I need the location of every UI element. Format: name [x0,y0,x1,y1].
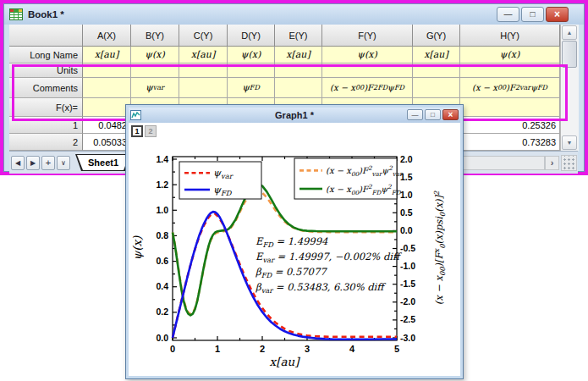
legend-left[interactable]: ψvarψFD [179,162,261,199]
layer-1-button[interactable]: 1 [131,125,143,137]
plot-canvas[interactable]: 0123450.00.20.40.60.81.01.21.4-3.0-2.5-2… [129,123,460,376]
svg-text:1.0: 1.0 [156,205,168,215]
cell-comments-G[interactable] [413,78,460,98]
cell-longname-B[interactable]: ψ(x) [131,47,179,64]
legend-right[interactable]: (x − x00)F2varψ2var(x − x00)F2FDψ2FD [294,158,404,199]
svg-text:1.4: 1.4 [156,154,168,164]
svg-text:0: 0 [170,344,175,354]
row-header-fx[interactable]: F(x)= [9,98,83,117]
book-minimize-button[interactable]: — [497,7,519,22]
tab-next-icon[interactable]: ▶ [26,156,40,170]
layer-2-button[interactable]: 2 [145,125,157,137]
row-header-1[interactable]: 1 [9,117,83,134]
col-header-C[interactable]: C(Y) [179,25,228,47]
svg-text:1: 1 [215,344,220,354]
cell-units-A[interactable] [83,64,131,78]
tab-menu-icon[interactable]: ∨ [57,156,70,170]
annotation-results[interactable]: EFD = 1.49994Evar = 1.49997, −0.002% dif… [256,235,402,295]
cell-1-A[interactable]: 0.0482 [83,117,131,134]
svg-text:0.0: 0.0 [400,225,413,235]
col-header-D[interactable]: D(Y) [228,25,275,47]
svg-text:3: 3 [305,344,310,354]
tab-prev-icon[interactable]: ◀ [11,156,25,170]
corner-header-cell[interactable] [9,25,83,47]
svg-text:5: 5 [394,344,399,354]
cell-longname-G[interactable]: x[au] [413,47,460,64]
cell-units-B[interactable] [131,64,179,78]
svg-text:-1.0: -1.0 [400,261,415,271]
col-header-H[interactable]: H(Y) [460,25,560,47]
graph-titlebar[interactable]: Graph1 * — □ × [129,108,460,123]
graph-minimize-button[interactable]: — [407,109,423,120]
svg-text:x[au]: x[au] [270,355,301,368]
col-header-A[interactable]: A(X) [83,25,131,47]
cell-comments-D[interactable]: ψFD [228,78,275,98]
cell-longname-C[interactable]: x[au] [179,47,228,64]
svg-text:0.6: 0.6 [156,256,168,266]
col-header-G[interactable]: G(Y) [413,25,460,47]
col-header-B[interactable]: B(Y) [131,25,179,47]
cell-fx-A[interactable] [83,98,131,117]
cell-comments-F[interactable]: (x − x00)F2FDψFD [322,78,413,98]
scroll-up-icon[interactable]: ▲ [562,25,577,40]
resize-grip[interactable] [561,155,577,171]
book-titlebar[interactable]: Book1 * — □ × [4,4,584,25]
cell-comments-B[interactable]: ψvar [131,78,179,98]
worksheet-icon [9,8,23,20]
svg-text:2.0: 2.0 [400,154,413,164]
svg-text:1.2: 1.2 [156,179,168,190]
cell-units-G[interactable] [413,64,460,78]
row-header-units[interactable]: Units [9,64,83,78]
series-1[interactable] [173,184,397,315]
graph-client-area: 1 2 0123450.00.20.40.60.81.01.21.4-3.0-2… [129,123,460,376]
svg-text:-1.5: -1.5 [400,279,415,289]
svg-text:0.5: 0.5 [400,207,413,218]
cell-units-C[interactable] [179,64,228,78]
cell-longname-E[interactable]: x[au] [275,47,322,64]
cell-2-H[interactable]: 0.73283 [460,134,560,151]
cell-longname-A[interactable]: x[au] [83,47,131,64]
col-header-E[interactable]: E(Y) [275,25,322,47]
cell-comments-A[interactable] [83,78,131,98]
graph-window: Graph1 * — □ × 1 2 0123450.00.20.40.60.8… [125,104,464,379]
sheet-tab[interactable]: Sheet1 [75,154,131,171]
graph-window-frame: Graph1 * — □ × 1 2 0123450.00.20.40.60.8… [126,105,463,378]
cell-comments-C[interactable] [179,78,228,98]
svg-text:0.4: 0.4 [156,281,168,291]
svg-text:-2.0: -2.0 [400,296,415,306]
book-window-title: Book1 * [28,9,64,19]
cell-longname-F[interactable]: ψ(x) [322,47,413,64]
cell-2-A[interactable]: 0.05033 [83,134,131,151]
vertical-scroll-thumb[interactable] [562,41,577,68]
svg-text:βvar = 0.53483, 6.30% diff: βvar = 0.53483, 6.30% diff [256,281,386,295]
svg-text:1.0: 1.0 [400,190,413,200]
graph-close-button[interactable]: × [442,109,459,120]
svg-text:0.8: 0.8 [156,230,168,240]
cell-longname-D[interactable]: ψ(x) [228,47,275,64]
cell-units-E[interactable] [275,64,322,78]
col-header-F[interactable]: F(Y) [322,25,413,47]
svg-text:-0.5: -0.5 [400,243,415,253]
scroll-down-icon[interactable]: ▼ [562,135,577,150]
tab-add-icon[interactable]: + [41,156,55,170]
row-header-long-name[interactable]: Long Name [9,47,83,64]
scroll-right-icon[interactable]: › [545,156,559,170]
graph-restore-button[interactable]: □ [425,109,441,120]
cell-longname-H[interactable]: ψ(x) [460,47,560,64]
cell-units-F[interactable] [322,64,413,78]
cell-fx-H[interactable] [460,98,560,117]
book-close-button[interactable]: × [546,7,569,22]
cell-1-H[interactable]: 0.25326 [460,117,560,134]
vertical-scrollbar[interactable]: ▲ ▼ [560,25,579,151]
cell-comments-E[interactable] [275,78,322,98]
book-restore-button[interactable]: □ [521,7,544,22]
svg-text:0.0: 0.0 [156,333,168,343]
svg-text:EFD = 1.49994: EFD = 1.49994 [256,235,328,249]
cell-units-D[interactable] [228,64,275,78]
svg-text:-2.5: -2.5 [400,314,415,324]
cell-units-H[interactable] [460,64,560,78]
svg-text:4: 4 [349,344,355,354]
cell-comments-H[interactable]: (x − x00)F2varψFD [460,78,560,98]
row-header-comments[interactable]: Comments [9,78,83,98]
row-header-2[interactable]: 2 [9,134,83,151]
